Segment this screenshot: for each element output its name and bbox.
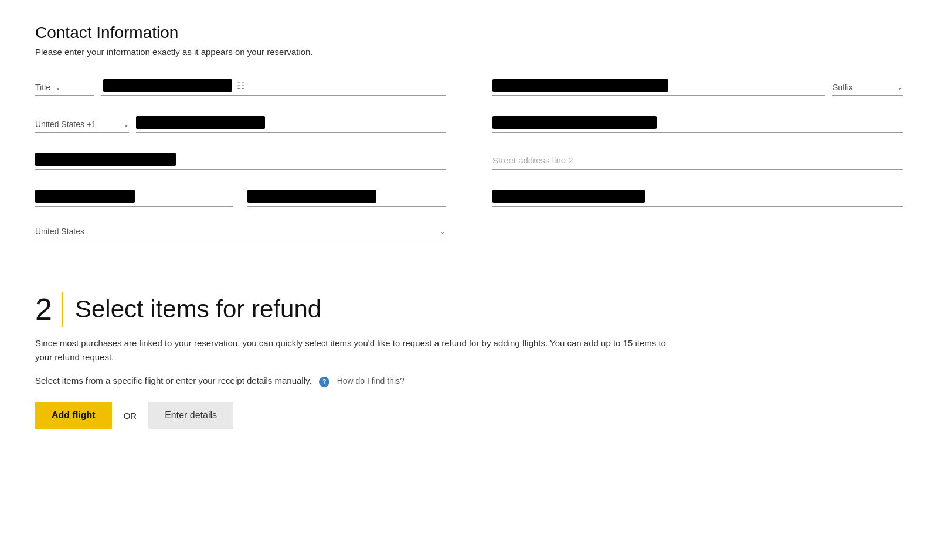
email-field[interactable] bbox=[492, 112, 903, 133]
phone-redacted bbox=[136, 116, 265, 129]
how-do-i-find-this-link[interactable]: How do I find this? bbox=[337, 374, 405, 387]
section-divider-line bbox=[62, 292, 63, 327]
street-address-2-field[interactable]: Street address line 2 bbox=[492, 152, 903, 170]
last-name-redacted bbox=[492, 79, 668, 92]
suffix-label: Suffix bbox=[832, 83, 892, 92]
first-name-field[interactable]: ☷ bbox=[101, 76, 446, 96]
suffix-select[interactable]: Suffix ⌄ bbox=[832, 79, 903, 96]
section-divider: 2 Select items for refund bbox=[35, 292, 903, 327]
country-row: United States ⌄ bbox=[35, 223, 446, 240]
state-redacted bbox=[247, 190, 376, 203]
city-redacted bbox=[35, 190, 135, 203]
country-chevron-icon: ⌄ bbox=[440, 227, 446, 235]
name-row-right: Suffix ⌄ bbox=[492, 76, 903, 96]
title-select[interactable]: Title ⌄ bbox=[35, 79, 94, 96]
email-redacted bbox=[492, 116, 657, 129]
phone-row-left: United States +1 ⌄ bbox=[35, 112, 446, 133]
section-two-title: Select items for refund bbox=[75, 295, 321, 323]
contact-section-subtitle: Please enter your information exactly as… bbox=[35, 47, 903, 57]
city-state-row bbox=[35, 186, 446, 207]
phone-number-field[interactable] bbox=[136, 112, 446, 133]
title-chevron-icon: ⌄ bbox=[55, 83, 61, 91]
form-row-2: United States +1 ⌄ bbox=[35, 112, 903, 149]
street-address-2-placeholder: Street address line 2 bbox=[492, 152, 573, 169]
phone-country-label: United States +1 bbox=[35, 119, 118, 129]
help-circle-icon: ? bbox=[319, 377, 329, 387]
contact-information-section: Contact Information Please enter your in… bbox=[35, 23, 903, 257]
email-row-right bbox=[492, 112, 903, 133]
form-row-1: Title ⌄ ☷ Suffix ⌄ bbox=[35, 76, 903, 112]
zip-field[interactable] bbox=[492, 186, 903, 207]
first-name-redacted bbox=[103, 79, 232, 92]
last-name-field-wrapper[interactable] bbox=[492, 76, 825, 96]
state-field[interactable] bbox=[247, 186, 446, 207]
add-flight-button[interactable]: Add flight bbox=[35, 402, 112, 429]
street-address-row-right: Street address line 2 bbox=[492, 149, 903, 170]
country-label: United States bbox=[35, 227, 435, 236]
zip-redacted bbox=[492, 190, 645, 203]
phone-country-chevron-icon: ⌄ bbox=[123, 120, 129, 128]
refund-button-row: Add flight OR Enter details bbox=[35, 402, 903, 429]
section-two-description1: Since most purchases are linked to your … bbox=[35, 336, 680, 364]
country-select[interactable]: United States ⌄ bbox=[35, 223, 446, 240]
form-row-3: Street address line 2 bbox=[35, 149, 903, 186]
country-right-spacer bbox=[492, 223, 903, 257]
name-row-left: Title ⌄ ☷ bbox=[35, 76, 446, 96]
enter-details-button[interactable]: Enter details bbox=[148, 402, 233, 429]
street-address-1-field[interactable] bbox=[35, 149, 446, 170]
name-icon: ☷ bbox=[237, 80, 245, 91]
form-row-5: United States ⌄ bbox=[35, 223, 903, 257]
street-address-row-left bbox=[35, 149, 446, 170]
select-items-section: 2 Select items for refund Since most pur… bbox=[35, 292, 903, 429]
city-field[interactable] bbox=[35, 186, 233, 207]
street-address-1-redacted bbox=[35, 153, 176, 166]
description2-text: Select items from a specific flight or e… bbox=[35, 375, 312, 385]
zip-row-right bbox=[492, 186, 903, 207]
section-two-description2: Select items from a specific flight or e… bbox=[35, 374, 680, 388]
or-label: OR bbox=[124, 411, 137, 421]
form-row-4 bbox=[35, 186, 903, 223]
phone-country-select[interactable]: United States +1 ⌄ bbox=[35, 116, 129, 133]
title-label: Title bbox=[35, 83, 50, 92]
contact-section-title: Contact Information bbox=[35, 23, 903, 42]
section-number: 2 bbox=[35, 294, 52, 325]
suffix-chevron-icon: ⌄ bbox=[897, 83, 903, 91]
